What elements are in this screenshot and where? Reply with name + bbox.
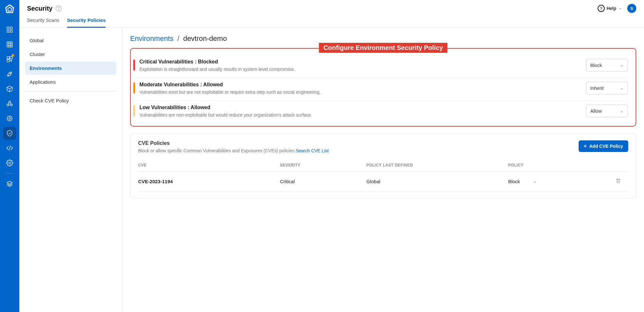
col-policy: POLICY	[508, 163, 612, 167]
cve-policies-card: CVE Policies Block or allow specific Com…	[130, 134, 636, 198]
notification-dot-icon	[12, 54, 14, 57]
sidebar-item-applications[interactable]: Applications	[25, 75, 116, 89]
help-label: Help	[607, 6, 616, 11]
svg-point-15	[11, 104, 13, 106]
help-button[interactable]: ? Help	[598, 5, 622, 12]
vuln-action-select-critical[interactable]: Block	[586, 59, 628, 71]
nav-code-icon[interactable]	[3, 142, 16, 155]
help-icon: ?	[598, 5, 605, 12]
nav-security-icon[interactable]	[3, 127, 16, 140]
sidebar-item-global[interactable]: Global	[25, 34, 116, 47]
nav-cube-icon[interactable]	[3, 82, 16, 95]
select-value: Allow	[590, 108, 602, 114]
cve-last-defined: Global	[366, 179, 505, 184]
svg-rect-2	[7, 30, 9, 32]
col-cve: CVE	[138, 163, 277, 167]
logo-icon[interactable]	[4, 4, 15, 15]
content-area: Environments / devtron-demo Configure En…	[122, 28, 644, 312]
svg-point-12	[10, 73, 11, 74]
cve-table-row: CVE-2023-1194 Critical Global Block	[138, 172, 628, 192]
add-cve-policy-button[interactable]: + Add CVE Policy	[579, 140, 628, 152]
vulnerability-policy-panel: Configure Environment Security Policy Cr…	[130, 48, 636, 127]
vuln-action-select-low[interactable]: Allow	[586, 105, 628, 117]
nav-rocket-icon[interactable]	[3, 68, 16, 80]
severity-bar-critical-icon	[133, 60, 135, 71]
svg-point-17	[9, 118, 11, 119]
select-value: Inherit	[590, 85, 604, 91]
cve-card-title: CVE Policies	[138, 140, 329, 146]
avatar[interactable]: S	[627, 4, 636, 13]
svg-rect-10	[10, 57, 12, 59]
nav-rail	[0, 0, 19, 312]
nav-layers-icon[interactable]	[3, 177, 16, 190]
vuln-title: Low Vulnerabilities : Allowed	[139, 105, 582, 110]
svg-rect-11	[7, 60, 9, 62]
severity-bar-moderate-icon	[133, 82, 135, 93]
breadcrumb-current: devtron-demo	[183, 34, 227, 43]
cve-policy-select[interactable]: Block	[508, 179, 612, 184]
chevron-down-icon	[533, 180, 537, 184]
select-value: Block	[590, 62, 602, 68]
chevron-down-icon	[620, 63, 624, 67]
page-title: Security	[27, 5, 52, 12]
svg-rect-4	[7, 42, 13, 47]
sidebar-item-check-cve[interactable]: Check CVE Policy	[25, 94, 116, 107]
vuln-row-low: Low Vulnerabilities : Allowed Vulnerabil…	[133, 101, 628, 123]
svg-line-18	[9, 146, 10, 151]
svg-rect-1	[10, 27, 12, 29]
vuln-row-critical: Critical Vulnerabilities : Blocked Explo…	[133, 55, 628, 78]
breadcrumb: Environments / devtron-demo	[130, 34, 636, 43]
sidebar-divider	[25, 91, 116, 91]
nav-config-icon[interactable]	[3, 156, 16, 169]
tab-security-scans[interactable]: Security Scans	[27, 17, 59, 28]
svg-rect-3	[10, 30, 12, 32]
svg-rect-0	[7, 27, 9, 29]
tabs: Security Scans Security Policies	[19, 13, 644, 28]
plus-icon: +	[584, 144, 587, 149]
tab-security-policies[interactable]: Security Policies	[67, 17, 106, 28]
rail-divider	[5, 173, 14, 174]
nav-settings-gear-icon[interactable]	[3, 112, 16, 125]
policy-sidebar: Global Cluster Environments Applications…	[19, 28, 122, 312]
cve-severity: Critical	[280, 179, 363, 184]
vuln-desc: Exploitation is straightforward and usua…	[139, 67, 582, 72]
cve-card-subtitle-text: Block or allow specific Common Vulnerabi…	[138, 148, 296, 153]
cve-card-subtitle: Block or allow specific Common Vulnerabi…	[138, 148, 329, 153]
nav-grid-icon[interactable]	[3, 38, 16, 51]
cve-policy-value: Block	[508, 179, 520, 184]
help-hint-icon[interactable]: ?	[56, 5, 62, 11]
chevron-down-icon	[618, 6, 622, 10]
callout-label: Configure Environment Security Policy	[319, 43, 447, 53]
breadcrumb-sep: /	[177, 34, 179, 43]
vuln-action-select-moderate[interactable]: Inherit	[586, 82, 628, 94]
svg-rect-9	[7, 57, 9, 59]
cve-id[interactable]: CVE-2023-1194	[138, 179, 277, 184]
vuln-title: Moderate Vulnerabilities : Allowed	[139, 82, 582, 88]
chevron-down-icon	[620, 109, 624, 113]
delete-cve-button[interactable]	[615, 178, 628, 185]
vuln-desc: Vulnerabilities are non-exploitable but …	[139, 112, 582, 118]
col-severity: SEVERITY	[280, 163, 363, 167]
col-last-defined: POLICY LAST DEFINED	[366, 163, 505, 167]
nav-dashboard-icon[interactable]	[3, 23, 16, 36]
sidebar-item-cluster[interactable]: Cluster	[25, 48, 116, 61]
severity-bar-low-icon	[133, 105, 135, 116]
cve-table-header: CVE SEVERITY POLICY LAST DEFINED POLICY	[138, 163, 628, 172]
nav-apps-icon[interactable]	[3, 53, 16, 66]
chevron-down-icon	[620, 86, 624, 90]
breadcrumb-environments[interactable]: Environments	[130, 34, 174, 43]
vuln-row-moderate: Moderate Vulnerabilities : Allowed Vulne…	[133, 78, 628, 101]
sidebar-item-environments[interactable]: Environments	[25, 61, 116, 75]
svg-point-14	[7, 104, 9, 106]
add-cve-label: Add CVE Policy	[589, 144, 623, 149]
vuln-desc: Vulnerabilities exist but are not exploi…	[139, 90, 582, 95]
nav-cluster-icon[interactable]	[3, 97, 16, 110]
svg-point-19	[9, 162, 11, 164]
page-header: Security ? ? Help S	[19, 0, 644, 13]
search-cve-link[interactable]: Search CVE List	[296, 148, 329, 153]
vuln-title: Critical Vulnerabilities : Blocked	[139, 59, 582, 65]
